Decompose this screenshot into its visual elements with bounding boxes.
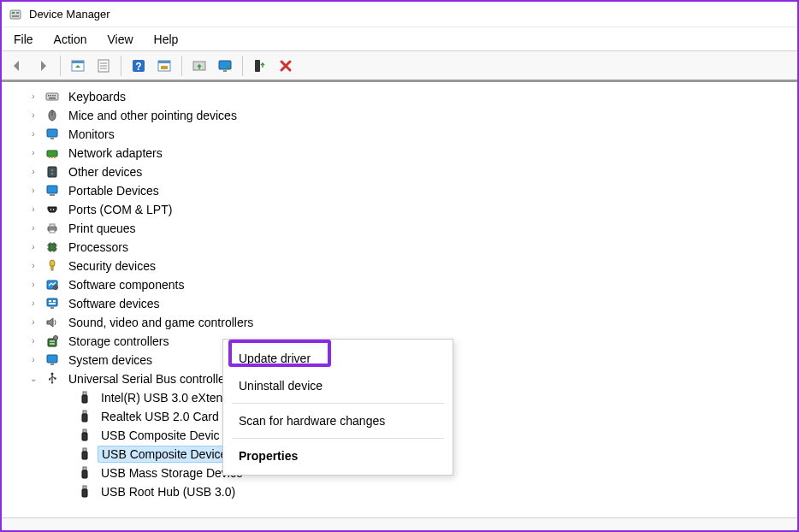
mouse-icon [44,108,60,123]
arrow-right-icon [34,57,51,74]
system-icon [44,352,60,368]
toolbar-back-button[interactable] [5,54,29,78]
device-label[interactable]: Processors [65,239,132,255]
device-label[interactable]: Network adapters [65,145,166,161]
device-label[interactable]: Universal Serial Bus controllers [65,371,239,387]
menu-view[interactable]: View [98,29,141,50]
toolbar-help-button[interactable] [127,54,151,78]
menubar: File Action View Help [2,27,797,51]
device-label[interactable]: Keyboards [65,89,129,104]
device-tree[interactable]: ›Keyboards›Mice and other pointing devic… [2,82,797,518]
device-category[interactable]: ›Software devices [19,294,797,313]
device-category[interactable]: ›Sound, video and game controllers [19,313,797,332]
show-hidden-icon [69,57,86,74]
sound-icon [44,315,60,330]
chevron-right-icon[interactable]: › [27,241,39,253]
update-driver-icon [191,57,208,74]
delete-icon [277,57,294,74]
chevron-right-icon[interactable]: › [27,354,39,366]
toolbar-separator [121,56,121,76]
device-label[interactable]: Portable Devices [65,183,163,198]
chevron-right-icon[interactable]: › [27,316,39,328]
chevron-right-icon[interactable]: › [27,204,39,216]
toolbar-uninstall-button[interactable] [248,54,272,78]
toolbar-update-driver-button[interactable] [187,54,211,78]
properties-icon [95,57,112,74]
chevron-right-icon[interactable]: › [27,222,39,234]
titlebar: Device Manager [2,2,797,27]
device-category[interactable]: ›Mice and other pointing devices [19,106,797,125]
device-label[interactable]: USB Composite Devic [98,428,223,443]
context-menu-properties[interactable]: Properties [223,442,453,470]
device-label[interactable]: Intel(R) USB 3.0 eXten [98,390,226,405]
context-menu-uninstall-device[interactable]: Uninstall device [223,372,453,399]
statusbar [2,518,797,530]
printer-icon [44,221,60,236]
chevron-right-icon[interactable]: › [27,335,39,347]
chevron-right-icon[interactable]: › [27,147,39,159]
monitor-icon [44,127,60,142]
device-category[interactable]: ›Portable Devices [19,181,797,200]
menu-file[interactable]: File [5,29,42,50]
toolbar-forward-button[interactable] [31,54,55,78]
menu-help[interactable]: Help [145,29,187,50]
toolbar-enable-button[interactable] [213,54,237,78]
device-label[interactable]: USB Root Hub (USB 3.0) [98,484,239,499]
context-menu-update-driver[interactable]: Update driver [223,345,453,372]
device-category[interactable]: ›Ports (COM & LPT) [19,200,797,219]
context-menu-scan-hardware[interactable]: Scan for hardware changes [223,407,453,434]
device-category[interactable]: ›Print queues [19,219,797,238]
device-category[interactable]: ›Network adapters [19,144,797,163]
usb-icon [77,428,92,443]
menu-action[interactable]: Action [45,29,96,50]
toolbar [2,51,797,82]
chevron-right-icon[interactable]: › [27,298,39,310]
chevron-right-icon[interactable]: › [27,166,39,178]
device-category[interactable]: ›Software components [19,275,797,294]
monitor-up-icon [216,57,234,74]
chevron-right-icon[interactable]: › [27,109,39,121]
device-category[interactable]: ›Keyboards [19,87,797,106]
scan-icon [156,57,173,74]
chevron-right-icon[interactable]: › [27,185,39,197]
device-label[interactable]: System devices [65,352,156,368]
app-icon [9,8,22,21]
device-category[interactable]: ›Other devices [19,163,797,181]
chevron-right-icon [60,429,72,441]
chevron-right-icon[interactable]: › [27,128,39,140]
device-category[interactable]: ›Monitors [19,125,797,144]
device-category[interactable]: ›Security devices [19,257,797,275]
toolbar-show-hidden-button[interactable] [66,54,90,78]
context-menu: Update driver Uninstall device Scan for … [222,339,453,476]
storage-icon [44,334,60,349]
toolbar-properties-button[interactable] [92,54,115,78]
device-node[interactable]: USB Root Hub (USB 3.0) [19,482,797,501]
toolbar-scan-button[interactable] [152,54,176,78]
usb-icon [77,409,92,424]
usb-icon [77,484,92,499]
device-label[interactable]: Print queues [65,221,139,236]
device-label[interactable]: Software devices [65,296,163,311]
device-label[interactable]: Storage controllers [65,334,173,349]
device-label[interactable]: Ports (COM & LPT) [65,202,175,217]
device-manager-window: Device Manager File Action View Help ›Ke… [0,0,799,532]
device-label[interactable]: Monitors [65,127,118,142]
toolbar-delete-button[interactable] [274,54,298,78]
toolbar-separator [181,56,182,76]
chevron-right-icon[interactable]: › [27,279,39,291]
help-icon [130,57,147,74]
device-label[interactable]: Mice and other pointing devices [65,108,240,123]
device-label[interactable]: USB Composite Device [98,446,231,463]
device-label[interactable]: Sound, video and game controllers [65,315,257,330]
device-label[interactable]: Security devices [65,258,159,274]
device-category[interactable]: ›Processors [19,238,797,257]
toolbar-separator [242,56,243,76]
device-label[interactable]: Software components [65,277,187,293]
device-label[interactable]: Realtek USB 2.0 Card [98,409,222,424]
usb-icon [77,465,92,481]
chevron-right-icon[interactable]: › [27,260,39,272]
chevron-right-icon[interactable]: › [27,91,39,103]
portable-icon [44,183,60,198]
device-label[interactable]: Other devices [65,164,145,180]
chevron-down-icon[interactable]: ⌄ [27,373,39,385]
